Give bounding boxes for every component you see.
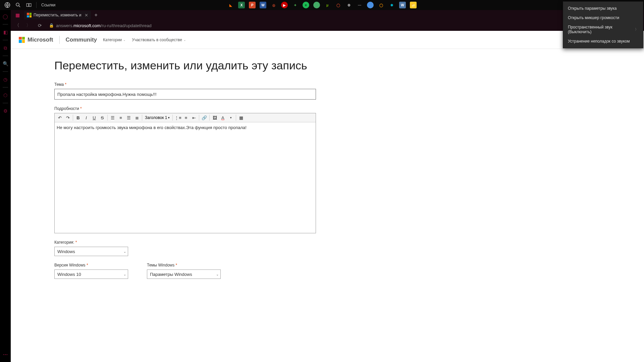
- align-right-button[interactable]: ☰: [125, 114, 132, 121]
- page-title: Переместить, изменить или удалить эту за…: [54, 59, 423, 72]
- link-button[interactable]: 🔗: [201, 114, 208, 121]
- app-icon[interactable]: ◯: [335, 2, 341, 8]
- app-icon[interactable]: [367, 2, 374, 8]
- favicon-microsoft: [27, 13, 32, 17]
- reload-button[interactable]: ⟳: [36, 21, 44, 30]
- app-icon[interactable]: ◣: [227, 2, 234, 8]
- strike-button[interactable]: S: [99, 114, 106, 121]
- italic-button[interactable]: I: [83, 114, 90, 121]
- app-icon[interactable]: ◯: [378, 2, 384, 8]
- search-icon[interactable]: [13, 0, 23, 10]
- underline-button[interactable]: U: [91, 114, 98, 121]
- ctx-troubleshoot-sound[interactable]: Устранение неполадок со звуком: [563, 37, 643, 46]
- sidebar-icon[interactable]: ◧: [2, 29, 8, 35]
- steam-icon[interactable]: ⚙: [345, 2, 352, 8]
- chevron-down-icon: ⌄: [183, 38, 186, 42]
- bold-button[interactable]: B: [74, 114, 82, 121]
- app-icon[interactable]: ✱: [388, 2, 395, 8]
- utorrent-icon[interactable]: μ: [324, 2, 331, 8]
- heading-selector[interactable]: Заголовок 1▾: [144, 115, 171, 120]
- nav-participate[interactable]: Участвовать в сообществе⌄: [132, 38, 186, 42]
- version-label: Версия Windows *: [54, 263, 128, 267]
- history-icon[interactable]: ◷: [2, 76, 8, 82]
- settings-icon[interactable]: ⚙: [2, 108, 8, 114]
- details-field: Подробности * ↶ ↷ B I U S ☰ ≡ ☰: [54, 106, 423, 233]
- more-icon[interactable]: ⋯: [3, 352, 8, 357]
- browser-tab-active[interactable]: Переместить, изменить и ✕: [24, 11, 91, 19]
- dropdown-button[interactable]: ▾: [227, 114, 234, 121]
- tab-overview-icon[interactable]: ▦: [13, 11, 21, 19]
- microsoft-logo[interactable]: Microsoft: [19, 37, 53, 43]
- url-path: /ru-ru/thread/updatethread: [101, 23, 152, 28]
- ms-header: Microsoft Community Категории⌄ Участвова…: [11, 31, 644, 49]
- align-left-button[interactable]: ☰: [109, 114, 116, 121]
- redo-button[interactable]: ↷: [64, 114, 71, 121]
- ctx-spatial-sound[interactable]: Пространственный звук (Выключить) 〉: [563, 22, 643, 37]
- subject-field: Тема *: [54, 82, 423, 100]
- number-list-button[interactable]: ≡: [182, 114, 190, 121]
- editor-textarea[interactable]: Не могу настроить громкость звука микроф…: [55, 122, 316, 233]
- links-bookmark[interactable]: Ссылки: [39, 3, 58, 7]
- url-prefix: answers.: [56, 23, 73, 28]
- sound-context-menu: Открыть параметры звука Открыть микшер г…: [563, 1, 643, 48]
- image-button[interactable]: 🖼: [211, 114, 218, 121]
- forward-button[interactable]: 〉: [24, 21, 33, 30]
- lock-icon: 🔒: [49, 23, 54, 28]
- excel-icon[interactable]: X: [238, 2, 245, 8]
- app-icon[interactable]: ◎: [270, 2, 277, 8]
- themes-label: Темы Windows *: [147, 263, 221, 267]
- undo-button[interactable]: ↶: [56, 114, 63, 121]
- subject-input[interactable]: [54, 89, 316, 100]
- category-select[interactable]: Windows: [54, 247, 128, 256]
- explorer-icon[interactable]: 📁: [410, 2, 417, 8]
- browser-address-row: 〈 〉 ⟳ 🔒 answers.microsoft.com/ru-ru/thre…: [11, 20, 644, 31]
- sidebar-icon[interactable]: ⬡: [2, 92, 8, 98]
- chevron-down-icon: ⌄: [123, 38, 126, 42]
- spotify-icon[interactable]: ≡: [303, 2, 309, 8]
- community-link[interactable]: Community: [66, 37, 97, 43]
- app-icon[interactable]: ✦: [292, 2, 299, 8]
- rich-editor: ↶ ↷ B I U S ☰ ≡ ☰ ≣ Заголо: [54, 113, 316, 233]
- tab-title: Переместить, изменить и: [34, 13, 81, 17]
- vk-icon[interactable]: W: [399, 2, 406, 8]
- category-label: Категория: *: [54, 240, 423, 245]
- app-icon[interactable]: —: [356, 2, 363, 8]
- powerpoint-icon[interactable]: P: [249, 2, 256, 8]
- bullet-list-button[interactable]: ⋮≡: [174, 114, 181, 121]
- table-button[interactable]: ▦: [237, 114, 245, 121]
- subject-label: Тема *: [54, 82, 423, 87]
- taskview-icon[interactable]: [23, 0, 34, 10]
- editor-toolbar: ↶ ↷ B I U S ☰ ≡ ☰ ≣ Заголо: [55, 113, 316, 122]
- details-label: Подробности *: [54, 106, 423, 111]
- sidebar-icon[interactable]: ◯: [2, 13, 8, 19]
- category-field: Категория: * Windows ⌄: [54, 240, 423, 256]
- themes-select[interactable]: Параметры Windows: [147, 269, 221, 279]
- align-justify-button[interactable]: ≣: [133, 114, 141, 121]
- chevron-right-icon: 〉: [635, 27, 638, 32]
- back-button[interactable]: 〈: [13, 21, 21, 30]
- ctx-open-sound-settings[interactable]: Открыть параметры звука: [563, 4, 643, 13]
- browser-sidebar: ◯ ◧ ⧉ 🔍 ◷ ⬡ ⚙ ⋯: [0, 10, 11, 362]
- new-tab-button[interactable]: +: [94, 12, 97, 18]
- header-nav: Категории⌄ Участвовать в сообществе⌄: [103, 38, 186, 42]
- form-content: Переместить, изменить или удалить эту за…: [54, 49, 423, 299]
- themes-field: Темы Windows * Параметры Windows ⌄: [147, 263, 221, 279]
- align-center-button[interactable]: ≡: [117, 114, 124, 121]
- text-color-button[interactable]: A: [219, 114, 226, 121]
- nav-categories[interactable]: Категории⌄: [103, 38, 126, 42]
- taskbar-apps: ◣ X P W ◎ ▶ ✦ ≡ μ ◯ ⚙ — ◯ ✱ W 📁: [227, 2, 417, 8]
- close-tab-icon[interactable]: ✕: [85, 13, 88, 18]
- search-icon[interactable]: 🔍: [2, 61, 8, 67]
- app-icon[interactable]: [313, 2, 320, 8]
- version-select[interactable]: Windows 10: [54, 269, 128, 279]
- youtube-icon[interactable]: ▶: [281, 2, 288, 8]
- os-taskbar: Ссылки ◣ X P W ◎ ▶ ✦ ≡ μ ◯ ⚙ — ◯ ✱ W 📁: [0, 0, 644, 10]
- start-button[interactable]: [2, 0, 13, 10]
- page-content: Microsoft Community Категории⌄ Участвова…: [11, 31, 644, 362]
- ctx-open-volume-mixer[interactable]: Открыть микшер громкости: [563, 13, 643, 22]
- address-bar[interactable]: 🔒 answers.microsoft.com/ru-ru/thread/upd…: [47, 23, 642, 28]
- twitch-icon[interactable]: ⧉: [2, 45, 8, 51]
- outdent-button[interactable]: ⇤: [190, 114, 198, 121]
- url-domain: microsoft.com: [73, 23, 101, 28]
- word-icon[interactable]: W: [260, 2, 266, 8]
